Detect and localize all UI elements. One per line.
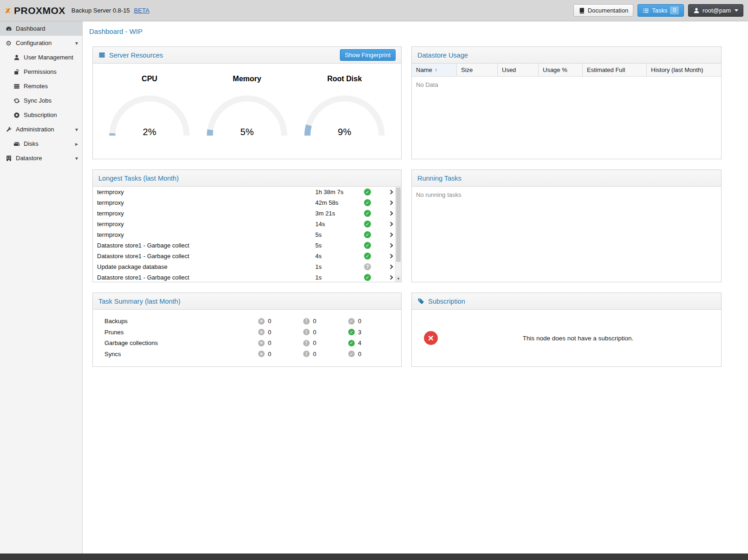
status-ok-icon: ✓ <box>364 199 371 206</box>
status-ok-icon: ✓ <box>364 274 371 281</box>
ok-count-icon: ✓ <box>348 340 355 346</box>
longest-tasks-body: termproxy1h 38m 7s✓termproxy42m 58s✓term… <box>93 187 401 282</box>
summary-row: Garbage collections×0!0✓4 <box>104 338 401 349</box>
ok-count-icon: ✓ <box>348 329 355 335</box>
support-icon <box>13 112 20 118</box>
task-name: termproxy <box>97 221 315 228</box>
sidebar-item-configuration[interactable]: ⚙Configuration▾ <box>0 36 82 50</box>
sidebar-item-label: Configuration <box>16 39 72 46</box>
caret-down-icon[interactable]: ▾ <box>75 40 78 46</box>
panel-header: Running Tasks <box>412 170 721 187</box>
page-title: Dashboard - WIP <box>89 27 143 35</box>
caret-down-icon[interactable]: ▾ <box>75 126 78 133</box>
sidebar-item-remotes[interactable]: Remotes <box>0 79 82 93</box>
running-tasks-panel: Running Tasks No running tasks <box>411 169 722 282</box>
gauge-value: 9% <box>338 127 351 137</box>
summary-label: Prunes <box>104 329 258 336</box>
column-header-size[interactable]: Size <box>457 64 498 76</box>
ok-count: 0 <box>358 351 361 358</box>
error-count-icon: × <box>258 340 265 346</box>
task-name: Datastore store1 - Garbage collect <box>97 242 315 249</box>
sidebar-item-sync-jobs[interactable]: Sync Jobs <box>0 93 82 108</box>
gauge-root-disk: Root Disk9% <box>299 75 390 159</box>
main-area: Dashboard⚙Configuration▾User ManagementP… <box>0 21 748 553</box>
remotes-icon <box>13 83 20 90</box>
task-row[interactable]: termproxy5s✓ <box>93 229 401 240</box>
column-label: Estimated Full <box>587 66 625 73</box>
beta-link[interactable]: BETA <box>134 7 150 14</box>
user-icon <box>693 7 700 14</box>
task-name: termproxy <box>97 199 315 206</box>
caret-right-icon[interactable]: ▸ <box>75 141 78 147</box>
panel-title: Running Tasks <box>417 175 462 182</box>
sidebar-item-label: Sync Jobs <box>24 97 78 104</box>
task-duration: 5s <box>315 242 364 249</box>
user-label: root@pam <box>702 7 731 14</box>
server-resources-icon <box>98 52 105 59</box>
caret-down-icon[interactable]: ▾ <box>75 155 78 162</box>
error-count: 0 <box>268 339 271 346</box>
panel-header: Server Resources Show Fingerprint <box>93 47 401 64</box>
error-count-icon: × <box>258 329 265 335</box>
unlock-icon <box>13 69 20 75</box>
scrollbar-thumb[interactable] <box>396 188 401 262</box>
gauges-area: CPU2%Memory5%Root Disk9% <box>93 64 401 159</box>
sidebar-item-permissions[interactable]: Permissions <box>0 65 82 79</box>
book-icon <box>579 7 585 14</box>
subscription-panel: Subscription × This node does not have a… <box>411 293 722 367</box>
gauge-icon <box>5 26 13 32</box>
sidebar-item-administration[interactable]: Administration▾ <box>0 122 82 137</box>
task-row[interactable]: termproxy14s✓ <box>93 219 401 229</box>
sidebar-item-label: Dashboard <box>16 25 78 32</box>
task-name: termproxy <box>97 189 315 195</box>
column-label: Usage % <box>543 66 567 73</box>
task-row[interactable]: Update package database1s? <box>93 261 401 272</box>
column-header-name[interactable]: Name↑ <box>412 64 457 76</box>
error-count: 0 <box>268 351 271 358</box>
column-header-used[interactable]: Used <box>498 64 539 76</box>
gauge-arc: 2% <box>105 91 194 139</box>
task-row[interactable]: Datastore store1 - Garbage collect4s✓ <box>93 251 401 261</box>
app-window: PROXMOX Backup Server 0.8-15 BETA Docume… <box>0 0 748 560</box>
task-row[interactable]: Datastore store1 - Garbage collect1s✓ <box>93 272 401 282</box>
ok-count: 0 <box>358 318 361 325</box>
documentation-button[interactable]: Documentation <box>573 4 633 17</box>
subscription-body: × This node does not have a subscription… <box>412 310 721 366</box>
task-name: Datastore store1 - Garbage collect <box>97 253 315 260</box>
ok-count-icon: ✓ <box>348 318 355 325</box>
task-row[interactable]: termproxy42m 58s✓ <box>93 197 401 208</box>
wrench-icon <box>5 126 13 133</box>
scrollbar-down-button[interactable]: ▾ <box>396 275 401 282</box>
error-count-icon: × <box>258 318 265 325</box>
page-title-bar: Dashboard - WIP <box>83 21 748 41</box>
sidebar-item-user-management[interactable]: User Management <box>0 50 82 65</box>
task-row[interactable]: termproxy1h 38m 7s✓ <box>93 187 401 197</box>
column-header-estimated-full[interactable]: Estimated Full <box>583 64 647 76</box>
task-list: termproxy1h 38m 7s✓termproxy42m 58s✓term… <box>93 187 401 282</box>
column-header-history-last-month[interactable]: History (last Month) <box>647 64 721 76</box>
column-label: Name <box>416 66 432 73</box>
gauge-label: Root Disk <box>299 75 390 83</box>
sidebar-item-subscription[interactable]: Subscription <box>0 108 82 122</box>
sidebar-item-disks[interactable]: Disks▸ <box>0 137 82 151</box>
task-row[interactable]: termproxy3m 21s✓ <box>93 208 401 219</box>
column-header-usage[interactable]: Usage % <box>539 64 583 76</box>
column-label: Size <box>461 66 473 73</box>
sidebar-item-datastore[interactable]: Datastore▾ <box>0 151 82 165</box>
show-fingerprint-button[interactable]: Show Fingerprint <box>340 49 396 61</box>
task-duration: 42m 58s <box>315 199 364 206</box>
longest-tasks-panel: Longest Tasks (last Month) termproxy1h 3… <box>92 169 402 282</box>
sidebar-item-dashboard[interactable]: Dashboard <box>0 21 82 36</box>
gauge-value: 2% <box>143 127 156 137</box>
user-menu-button[interactable]: root@pam <box>688 4 743 17</box>
task-name: termproxy <box>97 210 315 217</box>
main-content: Dashboard - WIP Server Resources Show Fi… <box>83 21 748 553</box>
column-label: Used <box>502 66 516 73</box>
summary-row: Prunes×0!0✓3 <box>104 327 401 338</box>
summary-label: Garbage collections <box>104 339 258 346</box>
panel-title: Server Resources <box>109 52 163 59</box>
task-row[interactable]: Datastore store1 - Garbage collect5s✓ <box>93 240 401 251</box>
tasks-button[interactable]: Tasks 0 <box>637 4 684 17</box>
list-icon <box>643 7 649 14</box>
status-ok-icon: ✓ <box>364 210 371 217</box>
